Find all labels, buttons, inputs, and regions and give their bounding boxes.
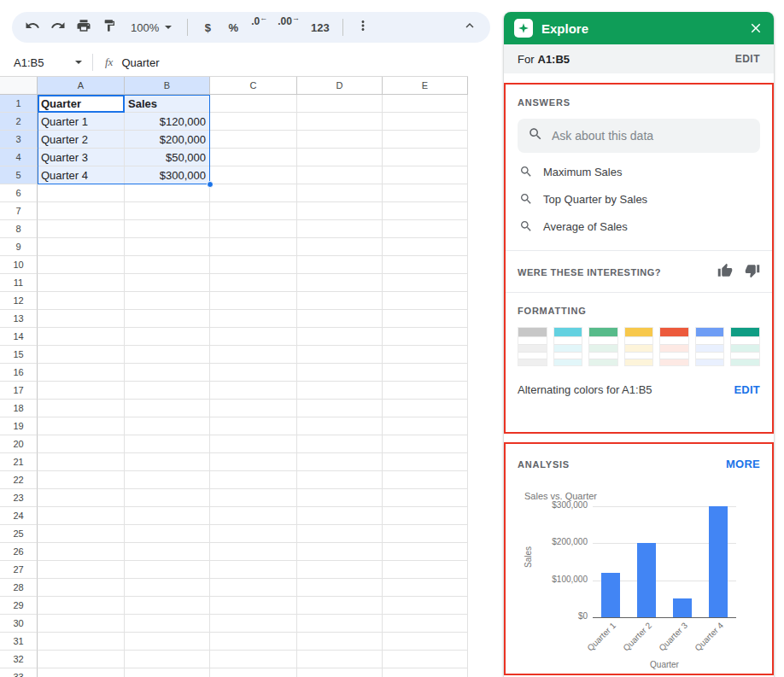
cell-B18[interactable] xyxy=(125,400,210,417)
cell-C8[interactable] xyxy=(210,220,297,238)
cell-C23[interactable] xyxy=(210,489,297,507)
cell-B12[interactable] xyxy=(125,292,210,310)
row-header-2[interactable]: 2 xyxy=(0,113,38,131)
formula-input[interactable]: Quarter xyxy=(121,56,159,69)
row-header-15[interactable]: 15 xyxy=(0,346,38,364)
cell-C7[interactable] xyxy=(210,202,297,220)
cell-E29[interactable] xyxy=(383,597,468,615)
row-header-7[interactable]: 7 xyxy=(0,202,38,220)
more-options-button[interactable] xyxy=(351,15,375,39)
format-currency-button[interactable]: $ xyxy=(196,15,219,39)
cell-D10[interactable] xyxy=(297,256,383,274)
row-header-16[interactable]: 16 xyxy=(0,364,38,382)
row-header-27[interactable]: 27 xyxy=(0,561,38,579)
cell-E6[interactable] xyxy=(383,184,468,202)
close-icon[interactable] xyxy=(748,20,764,36)
cell-B15[interactable] xyxy=(125,346,210,364)
cell-C9[interactable] xyxy=(210,238,297,256)
cell-C12[interactable] xyxy=(210,292,297,310)
suggestion-chip[interactable]: Average of Sales xyxy=(506,213,772,240)
cell-A30[interactable] xyxy=(38,615,125,633)
thumbs-down-icon[interactable] xyxy=(745,263,760,282)
cell-A14[interactable] xyxy=(38,328,125,346)
cell-A8[interactable] xyxy=(38,220,125,238)
cell-E13[interactable] xyxy=(383,310,468,328)
cell-E8[interactable] xyxy=(383,220,468,238)
cell-B5[interactable]: $300,000 xyxy=(125,166,210,184)
row-header-30[interactable]: 30 xyxy=(0,615,38,633)
cell-A5[interactable]: Quarter 4 xyxy=(38,166,125,184)
ask-data-searchbox[interactable] xyxy=(518,119,760,153)
cell-A28[interactable] xyxy=(38,579,125,597)
cell-B8[interactable] xyxy=(125,220,210,238)
cell-A22[interactable] xyxy=(38,471,125,489)
row-header-10[interactable]: 10 xyxy=(0,256,38,274)
row-header-6[interactable]: 6 xyxy=(0,184,38,202)
ask-data-input[interactable] xyxy=(552,129,750,143)
cell-A13[interactable] xyxy=(38,310,125,328)
cell-C17[interactable] xyxy=(210,382,297,400)
column-header-A[interactable]: A xyxy=(38,77,125,95)
cell-E12[interactable] xyxy=(383,292,468,310)
cell-D16[interactable] xyxy=(297,364,383,382)
cell-C10[interactable] xyxy=(210,256,297,274)
row-header-14[interactable]: 14 xyxy=(0,328,38,346)
column-header-D[interactable]: D xyxy=(297,77,383,95)
cell-B27[interactable] xyxy=(125,561,210,579)
cell-D8[interactable] xyxy=(297,220,383,238)
cell-E16[interactable] xyxy=(383,364,468,382)
row-header-23[interactable]: 23 xyxy=(0,489,38,507)
suggestion-chip[interactable]: Maximum Sales xyxy=(506,158,772,185)
fill-handle[interactable] xyxy=(207,181,214,188)
cell-C16[interactable] xyxy=(210,364,297,382)
cell-A16[interactable] xyxy=(38,364,125,382)
format-swatch-teal[interactable] xyxy=(730,327,760,366)
cell-C18[interactable] xyxy=(210,400,297,417)
cell-C24[interactable] xyxy=(210,507,297,525)
cell-C19[interactable] xyxy=(210,417,297,435)
cell-D18[interactable] xyxy=(297,400,383,417)
print-button[interactable] xyxy=(72,15,96,39)
cell-A29[interactable] xyxy=(38,597,125,615)
cell-E25[interactable] xyxy=(383,525,468,543)
redo-button[interactable] xyxy=(46,15,70,39)
row-header-32[interactable]: 32 xyxy=(0,651,38,668)
column-header-E[interactable]: E xyxy=(383,77,468,95)
cell-D31[interactable] xyxy=(297,633,383,651)
cell-D19[interactable] xyxy=(297,417,383,435)
cell-A11[interactable] xyxy=(38,274,125,292)
cell-E19[interactable] xyxy=(383,417,468,435)
cell-A2[interactable]: Quarter 1 xyxy=(38,113,125,131)
cell-C6[interactable] xyxy=(210,184,297,202)
cell-A26[interactable] xyxy=(38,543,125,561)
cell-A25[interactable] xyxy=(38,525,125,543)
cell-C11[interactable] xyxy=(210,274,297,292)
cell-A4[interactable]: Quarter 3 xyxy=(38,149,125,166)
cell-D2[interactable] xyxy=(297,113,383,131)
cell-C33[interactable] xyxy=(210,668,297,677)
paint-format-button[interactable] xyxy=(97,15,121,39)
cell-A6[interactable] xyxy=(38,184,125,202)
cell-A1[interactable]: Quarter xyxy=(38,95,125,113)
cell-C14[interactable] xyxy=(210,328,297,346)
cell-A27[interactable] xyxy=(38,561,125,579)
cell-E7[interactable] xyxy=(383,202,468,220)
cell-A24[interactable] xyxy=(38,507,125,525)
zoom-select[interactable]: 100% xyxy=(123,15,179,39)
cell-A18[interactable] xyxy=(38,400,125,417)
cell-E28[interactable] xyxy=(383,579,468,597)
cell-D23[interactable] xyxy=(297,489,383,507)
cell-B16[interactable] xyxy=(125,364,210,382)
row-header-29[interactable]: 29 xyxy=(0,597,38,615)
cell-E14[interactable] xyxy=(383,328,468,346)
cell-C13[interactable] xyxy=(210,310,297,328)
cell-A17[interactable] xyxy=(38,382,125,400)
number-format-button[interactable]: 123 xyxy=(306,15,335,39)
cell-E27[interactable] xyxy=(383,561,468,579)
column-header-C[interactable]: C xyxy=(210,77,297,95)
cell-E1[interactable] xyxy=(383,95,468,113)
cell-B11[interactable] xyxy=(125,274,210,292)
edit-formatting-button[interactable]: EDIT xyxy=(734,383,760,396)
cell-B4[interactable]: $50,000 xyxy=(125,149,210,166)
cell-C29[interactable] xyxy=(210,597,297,615)
